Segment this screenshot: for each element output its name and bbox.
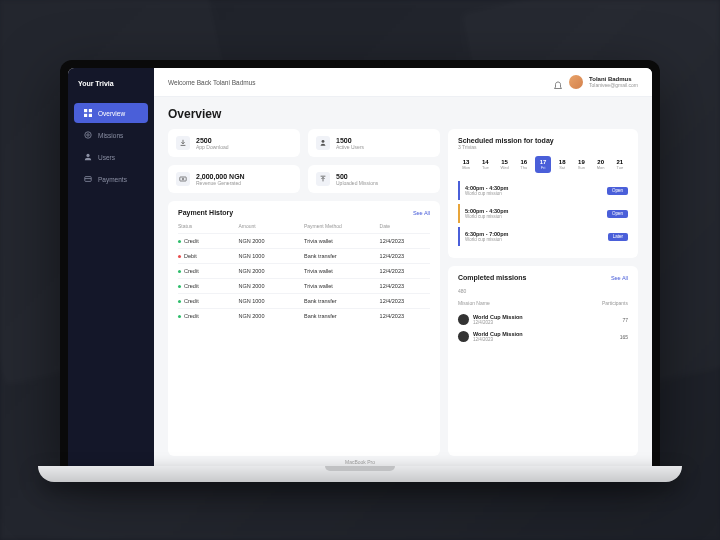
laptop-base: MacBook Pro — [38, 466, 682, 482]
device-label: MacBook Pro — [345, 459, 375, 465]
download-icon — [176, 136, 190, 150]
svg-point-9 — [322, 140, 325, 143]
completed-row[interactable]: World Cup Mission12/4/2023165 — [458, 328, 628, 345]
page-title: Overview — [168, 107, 638, 121]
calendar-day[interactable]: 14Tue — [477, 156, 493, 173]
table-header: Status Amount Payment Method Date — [178, 223, 430, 229]
users-small-icon — [316, 136, 330, 150]
card-title: Scheduled mission for today — [458, 137, 628, 144]
nav-label: Payments — [98, 176, 127, 183]
mission-item[interactable]: 4:00pm - 4:30pmWorld cup missionOpen — [458, 181, 628, 200]
calendar-day[interactable]: 17Fri — [535, 156, 551, 173]
stat-active-users: 1500Active Users — [308, 129, 440, 157]
topbar: Welcome Back Tolani Badmus Tolani Badmus… — [154, 68, 652, 97]
status-badge: Later — [608, 233, 628, 241]
app-screen: Your Trivia Overview Missions Users Paym… — [68, 68, 652, 466]
completed-row[interactable]: World Cup Mission12/4/202377 — [458, 311, 628, 328]
nav-users[interactable]: Users — [74, 147, 148, 167]
target-icon — [84, 131, 92, 139]
mission-item[interactable]: 6:30pm - 7:00pmWorld cup missionLater — [458, 227, 628, 246]
laptop-mockup: Your Trivia Overview Missions Users Paym… — [60, 60, 660, 482]
scheduled-card: Scheduled mission for today 3 Trivias 13… — [448, 129, 638, 258]
nav-label: Missions — [98, 132, 123, 139]
svg-point-4 — [85, 132, 91, 138]
svg-rect-0 — [84, 109, 87, 112]
bell-icon[interactable] — [553, 77, 563, 87]
svg-rect-10 — [180, 177, 186, 181]
sidebar: Your Trivia Overview Missions Users Paym… — [68, 68, 154, 466]
svg-rect-1 — [89, 109, 92, 112]
svg-point-6 — [86, 154, 89, 157]
nav-label: Users — [98, 154, 115, 161]
calendar-day[interactable]: 20Mon — [593, 156, 609, 173]
status-badge: Open — [607, 187, 628, 195]
card-title: Payment History — [178, 209, 233, 216]
user-email: Tolanivee@gmail.com — [589, 82, 638, 88]
brand-logo: Your Trivia — [68, 80, 154, 101]
card-title: Completed missions — [458, 274, 526, 281]
svg-point-5 — [87, 134, 89, 136]
calendar-day[interactable]: 19Sun — [573, 156, 589, 173]
stat-downloads: 2500App Download — [168, 129, 300, 157]
svg-point-11 — [182, 178, 184, 180]
mission-avatar — [458, 331, 469, 342]
status-badge: Open — [607, 210, 628, 218]
welcome-text: Welcome Back Tolani Badmus — [168, 79, 256, 86]
nav-label: Overview — [98, 110, 125, 117]
table-row[interactable]: CreditNGN 2000Bank transfer12/4/2023 — [178, 308, 430, 323]
calendar-day[interactable]: 18Sat — [554, 156, 570, 173]
stat-uploaded: 500Uploaded Missions — [308, 165, 440, 193]
table-row[interactable]: CreditNGN 2000Trivia wallet12/4/2023 — [178, 278, 430, 293]
nav-missions[interactable]: Missions — [74, 125, 148, 145]
card-icon — [84, 175, 92, 183]
svg-rect-3 — [89, 114, 92, 117]
completed-card: Completed missions See All 480 Mission N… — [448, 266, 638, 456]
scheduled-subtitle: 3 Trivias — [458, 144, 628, 150]
svg-rect-2 — [84, 114, 87, 117]
calendar-day[interactable]: 15Wed — [496, 156, 512, 173]
upload-icon — [316, 172, 330, 186]
see-all-link[interactable]: See All — [413, 210, 430, 216]
table-row[interactable]: CreditNGN 1000Bank transfer12/4/2023 — [178, 293, 430, 308]
payment-history-card: Payment History See All Status Amount Pa… — [168, 201, 440, 456]
stat-revenue: 2,000,000 NGNRevenue Generated — [168, 165, 300, 193]
nav-overview[interactable]: Overview — [74, 103, 148, 123]
money-icon — [176, 172, 190, 186]
users-icon — [84, 153, 92, 161]
main-area: Welcome Back Tolani Badmus Tolani Badmus… — [154, 68, 652, 466]
table-row[interactable]: CreditNGN 2000Trivia wallet12/4/2023 — [178, 263, 430, 278]
completed-count: 480 — [458, 288, 628, 294]
table-row[interactable]: CreditNGN 2000Trivia wallet12/4/2023 — [178, 233, 430, 248]
mission-item[interactable]: 5:00pm - 4:30pmWorld cup missionOpen — [458, 204, 628, 223]
calendar-day[interactable]: 16Thu — [516, 156, 532, 173]
mission-avatar — [458, 314, 469, 325]
calendar-day[interactable]: 21Tue — [612, 156, 628, 173]
calendar-day[interactable]: 13Mon — [458, 156, 474, 173]
nav-payments[interactable]: Payments — [74, 169, 148, 189]
grid-icon — [84, 109, 92, 117]
see-all-link[interactable]: See All — [611, 275, 628, 281]
avatar[interactable] — [569, 75, 583, 89]
table-row[interactable]: DebitNGN 1000Bank transfer12/4/2023 — [178, 248, 430, 263]
